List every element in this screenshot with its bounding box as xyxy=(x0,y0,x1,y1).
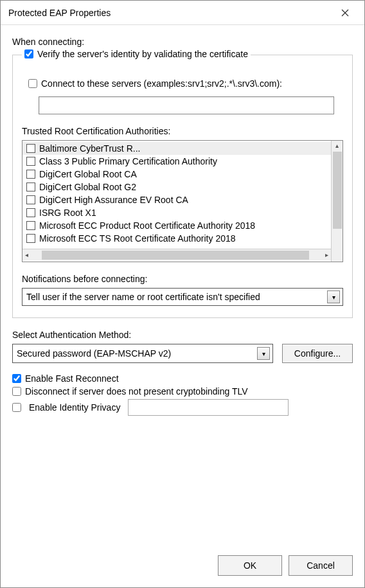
verify-identity-label: Verify the server's identity by validati… xyxy=(37,49,248,59)
enable-identity-privacy-checkbox[interactable] xyxy=(12,403,21,412)
ca-item-label: DigiCert High Assurance EV Root CA xyxy=(39,195,188,205)
verify-identity-checkbox[interactable] xyxy=(24,49,33,58)
connect-servers-input[interactable] xyxy=(39,96,334,114)
ca-item-checkbox[interactable] xyxy=(26,195,35,204)
disconnect-cryptobinding-checkbox[interactable] xyxy=(12,387,21,396)
ca-item-label: Baltimore CyberTrust R... xyxy=(39,143,140,154)
dialog-footer: OK Cancel xyxy=(1,546,364,587)
ca-list-item[interactable]: Class 3 Public Primary Certification Aut… xyxy=(22,155,331,168)
auth-method-selected-text: Secured password (EAP-MSCHAP v2) xyxy=(17,348,171,359)
disconnect-cryptobinding-label: Disconnect if server does not present cr… xyxy=(25,386,248,396)
ca-item-checkbox[interactable] xyxy=(26,221,35,230)
trusted-ca-label: Trusted Root Certification Authorities: xyxy=(22,126,343,136)
ca-list-item[interactable]: Microsoft ECC TS Root Certificate Author… xyxy=(22,232,331,245)
connect-servers-checkbox[interactable] xyxy=(28,79,37,88)
ca-item-checkbox[interactable] xyxy=(26,208,35,217)
window-title: Protected EAP Properties xyxy=(8,8,111,18)
trusted-ca-list[interactable]: Baltimore CyberTrust R...Class 3 Public … xyxy=(22,140,343,262)
close-button[interactable] xyxy=(332,3,358,22)
ca-list-vscrollbar[interactable]: ▴ xyxy=(331,141,343,262)
notifications-label: Notifications before connecting: xyxy=(22,274,343,284)
ca-list-item[interactable]: DigiCert High Assurance EV Root CA xyxy=(22,193,331,206)
ca-item-label: DigiCert Global Root CA xyxy=(39,169,137,179)
ca-item-checkbox[interactable] xyxy=(26,157,35,166)
close-icon xyxy=(341,9,349,17)
chevron-left-icon[interactable]: ◂ xyxy=(25,251,28,258)
cancel-button[interactable]: Cancel xyxy=(289,555,353,576)
ca-list-item[interactable]: ISRG Root X1 xyxy=(22,206,331,219)
ca-item-label: Microsoft ECC TS Root Certificate Author… xyxy=(39,233,236,244)
ca-item-label: Microsoft ECC Product Root Certificate A… xyxy=(39,220,255,231)
ca-item-label: Class 3 Public Primary Certification Aut… xyxy=(39,156,217,166)
vscroll-thumb[interactable] xyxy=(333,152,342,229)
configure-button[interactable]: Configure... xyxy=(282,344,353,363)
ca-item-label: DigiCert Global Root G2 xyxy=(39,182,136,192)
ca-item-checkbox[interactable] xyxy=(26,170,35,179)
when-connecting-label: When connecting: xyxy=(12,37,353,47)
chevron-right-icon[interactable]: ▸ xyxy=(325,251,328,258)
notifications-selected-text: Tell user if the server name or root cer… xyxy=(26,292,260,302)
ca-list-item[interactable]: DigiCert Global Root CA xyxy=(22,168,331,181)
hscroll-thumb[interactable] xyxy=(42,251,308,260)
enable-fast-reconnect-checkbox[interactable] xyxy=(12,374,21,383)
ca-item-label: ISRG Root X1 xyxy=(39,208,96,218)
chevron-down-icon: ▾ xyxy=(332,294,335,301)
notifications-dropdown-button[interactable]: ▾ xyxy=(327,290,340,303)
chevron-down-icon: ▾ xyxy=(262,350,265,357)
enable-identity-privacy-label: Enable Identity Privacy xyxy=(29,402,120,413)
notifications-select[interactable]: Tell user if the server name or root cer… xyxy=(22,288,343,306)
titlebar: Protected EAP Properties xyxy=(1,1,364,25)
connect-servers-label: Connect to these servers (examples:srv1;… xyxy=(41,78,282,89)
auth-method-select[interactable]: Secured password (EAP-MSCHAP v2) ▾ xyxy=(12,344,273,363)
ca-item-checkbox[interactable] xyxy=(26,144,35,153)
auth-method-label: Select Authentication Method: xyxy=(12,330,353,340)
ca-item-checkbox[interactable] xyxy=(26,234,35,243)
ca-item-checkbox[interactable] xyxy=(26,183,35,192)
identity-privacy-input[interactable] xyxy=(128,399,289,416)
ca-list-item[interactable]: Microsoft ECC Product Root Certificate A… xyxy=(22,219,331,232)
enable-fast-reconnect-label: Enable Fast Reconnect xyxy=(25,373,119,384)
chevron-up-icon[interactable]: ▴ xyxy=(335,142,339,149)
verify-identity-group: Verify the server's identity by validati… xyxy=(12,55,353,318)
ca-list-hscrollbar[interactable]: ◂ ▸ xyxy=(22,249,331,260)
auth-method-dropdown-button[interactable]: ▾ xyxy=(257,347,270,360)
ok-button[interactable]: OK xyxy=(218,555,282,576)
ca-list-item[interactable]: DigiCert Global Root G2 xyxy=(22,181,331,193)
eap-properties-window: Protected EAP Properties When connecting… xyxy=(0,0,365,588)
ca-list-item[interactable]: Baltimore CyberTrust R... xyxy=(22,142,331,155)
